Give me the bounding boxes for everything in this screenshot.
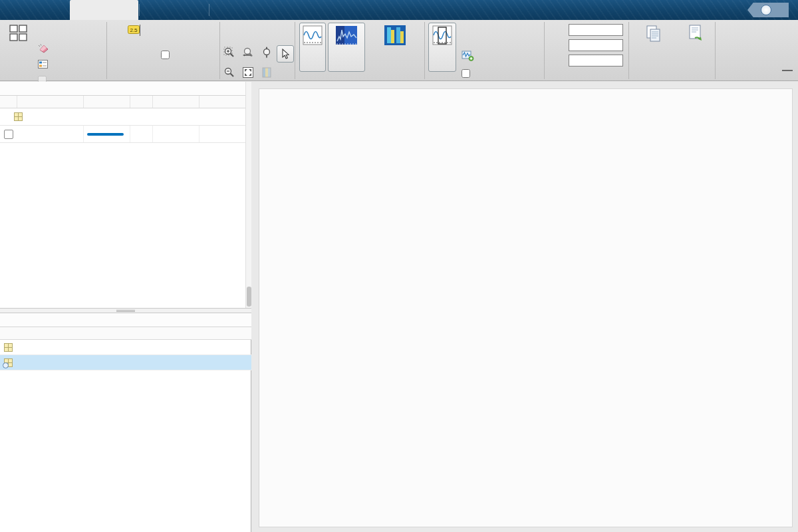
data-cursors-button[interactable]: 2.5: [110, 23, 157, 70]
plot-legend[interactable]: [285, 93, 295, 99]
extract-signals-button[interactable]: [462, 51, 479, 61]
ws-header-class[interactable]: [183, 327, 249, 339]
tab-display[interactable]: [70, 0, 138, 20]
panner-icon: [432, 25, 452, 47]
pan-button: [261, 66, 273, 81]
section-separator: [715, 22, 716, 79]
legend-icon: [38, 60, 48, 68]
timetable-icon: [4, 358, 13, 367]
legend-swatch: [285, 93, 291, 99]
zoom-in-icon: [223, 47, 235, 59]
snap-to-data-checkbox[interactable]: [161, 51, 172, 59]
signal-time: [153, 126, 200, 142]
copy-display-button[interactable]: [633, 23, 674, 72]
filter-signals-title[interactable]: [0, 82, 251, 96]
signal-name: [17, 126, 84, 142]
scrollbar-thumb[interactable]: [247, 287, 251, 307]
tab-separator: [209, 4, 209, 16]
fit-to-view-button[interactable]: [242, 66, 254, 81]
svg-text:2.5: 2.5: [130, 27, 138, 33]
tab-time[interactable]: [140, 0, 209, 20]
panner-canvas[interactable]: [289, 457, 790, 501]
filter-signals-table-header: [0, 96, 251, 108]
tab-analyzer[interactable]: [3, 0, 69, 20]
ws-header-size[interactable]: [93, 327, 183, 339]
zoom-in-x-icon: [242, 47, 254, 59]
time-view-button[interactable]: [299, 23, 326, 72]
preserve-start-time-checkbox-input[interactable]: [462, 69, 470, 78]
help-button[interactable]: [747, 3, 789, 17]
zoom-in-y-icon: [261, 47, 273, 59]
fit-to-view-icon: [242, 66, 254, 78]
display-grid-icon: [9, 25, 29, 42]
zoom-in-button[interactable]: [223, 47, 235, 61]
time-frequency-icon: [384, 25, 406, 46]
units-select[interactable]: [569, 24, 623, 36]
pointer-tool-button[interactable]: [277, 45, 294, 63]
workspace-row-w[interactable]: [0, 340, 251, 355]
min-time-input[interactable]: [569, 39, 623, 51]
signal-line-swatch[interactable]: [87, 133, 124, 136]
toolstrip: 2.5: [0, 20, 798, 81]
snap-to-data-checkbox-input[interactable]: [161, 51, 170, 59]
header-start-time[interactable]: [200, 96, 241, 108]
time-frequency-view-button[interactable]: [368, 23, 422, 72]
matrix-icon: [14, 112, 23, 121]
collapse-ribbon-button[interactable]: [782, 70, 793, 78]
section-separator: [219, 22, 220, 79]
generate-script-icon: [687, 25, 704, 42]
generate-script-button[interactable]: [677, 23, 714, 72]
signal-checkbox[interactable]: [4, 130, 13, 139]
spectrum-plot-canvas[interactable]: [289, 274, 790, 438]
time-plot-canvas[interactable]: [289, 103, 790, 252]
splitter-grip-icon: [116, 310, 135, 312]
workspace-browser-title[interactable]: [0, 313, 251, 327]
pan-icon: [261, 66, 273, 78]
workspace-row-whale[interactable]: [0, 355, 251, 370]
tab-spectrum[interactable]: [209, 0, 279, 20]
panel-splitter[interactable]: [0, 308, 251, 313]
signal-start-time: [200, 126, 241, 142]
header-line[interactable]: [84, 96, 130, 108]
max-time-input[interactable]: [569, 55, 623, 66]
preserve-start-time-checkbox[interactable]: [462, 69, 473, 78]
section-separator: [106, 22, 107, 79]
clear-display-icon: [38, 44, 49, 53]
section-separator: [295, 22, 295, 79]
pointer-arrow-icon: [281, 49, 290, 59]
time-view-icon: [303, 25, 323, 47]
clock-icon: [3, 362, 9, 368]
app-tab-bar: [0, 0, 798, 20]
zoom-out-button[interactable]: [223, 66, 235, 81]
extract-signals-icon: [462, 51, 474, 61]
left-panel: [0, 82, 251, 532]
panner-button[interactable]: [428, 23, 456, 72]
header-info[interactable]: [130, 96, 153, 108]
help-icon: [761, 5, 771, 15]
zoom-out-icon: [223, 66, 235, 78]
tab-separator: [139, 4, 140, 16]
copy-display-icon: [645, 25, 662, 43]
filter-signals-scrollbar[interactable]: [245, 82, 251, 308]
header-checkbox-col: [0, 96, 17, 108]
section-separator: [424, 22, 425, 79]
signal-group-row-whale[interactable]: [0, 108, 251, 126]
signal-row-whale-w[interactable]: [0, 126, 251, 143]
data-cursor-icon: 2.5: [126, 25, 142, 36]
workspace-table-header: [0, 327, 251, 340]
section-separator: [544, 22, 545, 79]
section-separator: [628, 22, 629, 79]
zoom-in-x-button[interactable]: [242, 47, 254, 61]
double-array-icon: [4, 343, 13, 352]
header-name[interactable]: [17, 96, 84, 108]
clear-display-button[interactable]: [38, 44, 55, 53]
legend-button[interactable]: [38, 60, 53, 68]
display-grid-button[interactable]: [3, 23, 35, 70]
zoom-in-y-button[interactable]: [261, 47, 273, 61]
spectrum-view-icon: [335, 25, 358, 47]
spectrum-view-button[interactable]: [328, 23, 365, 72]
signal-info: [130, 126, 153, 142]
header-time[interactable]: [153, 96, 200, 108]
